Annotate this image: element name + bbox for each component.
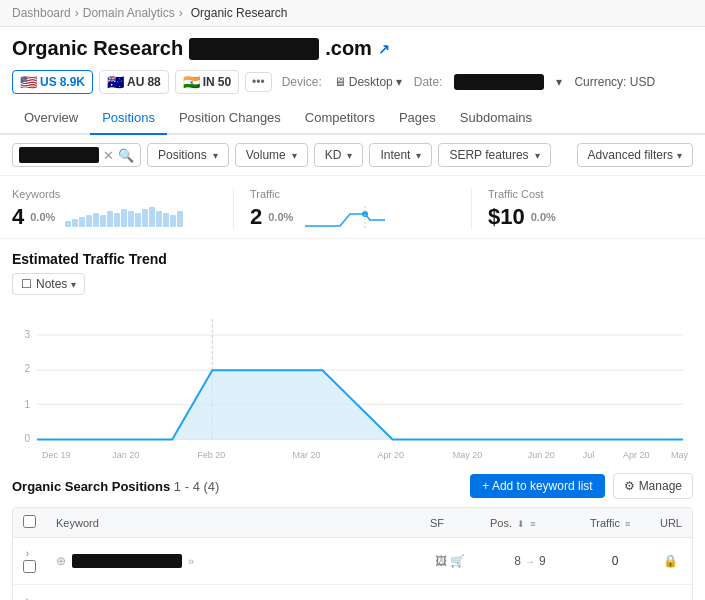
metrics-row: Keywords 4 0.0% xyxy=(0,176,705,239)
volume-filter-button[interactable]: Volume ▾ xyxy=(235,143,308,167)
region-us[interactable]: 🇺🇸 US 8.9K xyxy=(12,70,93,94)
tab-pages[interactable]: Pages xyxy=(387,102,448,135)
region-in-code: IN xyxy=(203,75,215,89)
row1-lock-icon: 🔒 xyxy=(663,554,678,568)
traffic-cost-value-row: $10 0.0% xyxy=(488,204,693,230)
serp-filter-button[interactable]: SERP features ▾ xyxy=(438,143,550,167)
tab-competitors[interactable]: Competitors xyxy=(293,102,387,135)
table-header-row: Keyword SF Pos. ⬇ ≡ Traffic ≡ xyxy=(13,508,692,538)
mini-bar xyxy=(86,215,92,227)
row1-pos-to: 9 xyxy=(539,554,546,568)
tab-positions[interactable]: Positions xyxy=(90,102,167,135)
kd-filter-button[interactable]: KD ▾ xyxy=(314,143,364,167)
positions-table-container: Keyword SF Pos. ⬇ ≡ Traffic ≡ xyxy=(12,507,693,600)
traffic-sparkline xyxy=(305,206,385,228)
notes-button[interactable]: ☐ Notes ▾ xyxy=(12,273,85,295)
traffic-cost-number: $10 xyxy=(488,204,525,230)
traffic-label: Traffic xyxy=(250,188,455,200)
mini-bar xyxy=(107,211,113,227)
advanced-filter-label: Advanced filters xyxy=(588,148,673,162)
mini-bar xyxy=(79,217,85,227)
row2-sf-cell: 🖼 +3 xyxy=(420,585,480,601)
region-us-code: US xyxy=(40,75,57,89)
th-pos[interactable]: Pos. ⬇ ≡ xyxy=(480,508,580,538)
svg-text:Feb 20: Feb 20 xyxy=(197,449,225,459)
row1-pos-arrow: → xyxy=(525,556,535,567)
shopping-icon: 🛒 xyxy=(450,554,465,568)
mini-bar xyxy=(93,213,99,227)
svg-text:0: 0 xyxy=(24,432,30,443)
region-us-value: 8.9K xyxy=(60,75,85,89)
mini-bar xyxy=(170,215,176,227)
date-label: Date: xyxy=(414,75,443,89)
intent-filter-chevron: ▾ xyxy=(416,150,421,161)
tab-position-changes[interactable]: Position Changes xyxy=(167,102,293,135)
row2-expand-cell: › xyxy=(13,585,46,601)
keywords-mini-chart xyxy=(65,207,183,227)
flag-us: 🇺🇸 xyxy=(20,74,37,90)
th-keyword[interactable]: Keyword xyxy=(46,508,420,538)
mini-bar xyxy=(135,213,141,227)
svg-text:Apr 20: Apr 20 xyxy=(623,449,650,459)
desktop-icon: 🖥 xyxy=(334,75,346,89)
th-sf[interactable]: SF xyxy=(420,508,480,538)
device-selector[interactable]: 🖥 Desktop ▾ xyxy=(334,75,402,89)
breadcrumb-dashboard[interactable]: Dashboard xyxy=(12,6,71,20)
positions-range: 1 - 4 (4) xyxy=(174,479,220,494)
keywords-change: 0.0% xyxy=(30,211,55,223)
positions-table: Keyword SF Pos. ⬇ ≡ Traffic ≡ xyxy=(13,508,692,600)
svg-text:Jul: Jul xyxy=(583,449,595,459)
intent-filter-button[interactable]: Intent ▾ xyxy=(369,143,432,167)
external-link-icon[interactable]: ↗ xyxy=(378,41,390,57)
page-title-container: Organic Research .com ↗ xyxy=(12,37,390,60)
trend-title: Estimated Traffic Trend xyxy=(12,251,693,267)
row2-expand-icon[interactable]: › xyxy=(26,595,29,600)
row1-sf-cell: 🖼 🛒 xyxy=(420,538,480,585)
device-chevron: ▾ xyxy=(396,75,402,89)
row2-keyword-cell: ⊕ » xyxy=(46,585,420,601)
add-keyword-button[interactable]: + Add to keyword list xyxy=(470,474,604,498)
search-icon[interactable]: 🔍 xyxy=(118,148,134,163)
keywords-value-row: 4 0.0% xyxy=(12,204,217,230)
advanced-filter-button[interactable]: Advanced filters ▾ xyxy=(577,143,693,167)
region-in-value: 50 xyxy=(218,75,231,89)
select-all-checkbox[interactable] xyxy=(23,515,36,528)
date-selector[interactable] xyxy=(454,74,544,90)
clear-search-button[interactable]: ✕ xyxy=(103,148,114,163)
search-box: ✕ 🔍 xyxy=(12,143,141,167)
tab-subdomains[interactable]: Subdomains xyxy=(448,102,544,135)
svg-text:May 20: May 20 xyxy=(453,449,483,459)
breadcrumb-domain-analytics[interactable]: Domain Analytics xyxy=(83,6,175,20)
svg-text:Jan 20: Jan 20 xyxy=(112,449,139,459)
search-value-masked xyxy=(19,147,99,163)
trend-section: Estimated Traffic Trend ☐ Notes ▾ 0 1 2 … xyxy=(0,239,705,463)
filter-row: ✕ 🔍 Positions ▾ Volume ▾ KD ▾ Intent ▾ S… xyxy=(0,135,705,176)
date-chevron[interactable]: ▾ xyxy=(556,75,562,89)
page-header: Organic Research .com ↗ xyxy=(0,27,705,66)
manage-button[interactable]: ⚙ Manage xyxy=(613,473,693,499)
mini-bar xyxy=(156,211,162,227)
trend-chart: 0 1 2 3 Dec 19 Jan 20 Feb 20 Mar 20 Apr … xyxy=(12,303,693,463)
keywords-number: 4 xyxy=(12,204,24,230)
breadcrumb-current: Organic Research xyxy=(191,6,288,20)
breadcrumb-sep2: › xyxy=(179,6,183,20)
tab-overview[interactable]: Overview xyxy=(12,102,90,135)
positions-filter-button[interactable]: Positions ▾ xyxy=(147,143,229,167)
row1-expand-icon[interactable]: › xyxy=(26,548,29,559)
flag-in: 🇮🇳 xyxy=(183,74,200,90)
row1-checkbox[interactable] xyxy=(23,560,36,573)
more-regions-button[interactable]: ••• xyxy=(245,72,272,92)
region-in[interactable]: 🇮🇳 IN 50 xyxy=(175,70,239,94)
add-keyword-label: + Add to keyword list xyxy=(482,479,592,493)
traffic-cost-label: Traffic Cost xyxy=(488,188,693,200)
th-traffic[interactable]: Traffic ≡ xyxy=(580,508,650,538)
positions-title: Organic Search Positions xyxy=(12,479,170,494)
th-url[interactable]: URL xyxy=(650,508,692,538)
region-au[interactable]: 🇦🇺 AU 88 xyxy=(99,70,169,94)
advanced-filter-chevron: ▾ xyxy=(677,150,682,161)
mini-bar xyxy=(142,209,148,227)
notes-label: Notes xyxy=(36,277,67,291)
svg-text:Apr 20: Apr 20 xyxy=(378,449,405,459)
mini-bar xyxy=(149,207,155,227)
row1-sf-icons: 🖼 🛒 xyxy=(430,554,470,568)
